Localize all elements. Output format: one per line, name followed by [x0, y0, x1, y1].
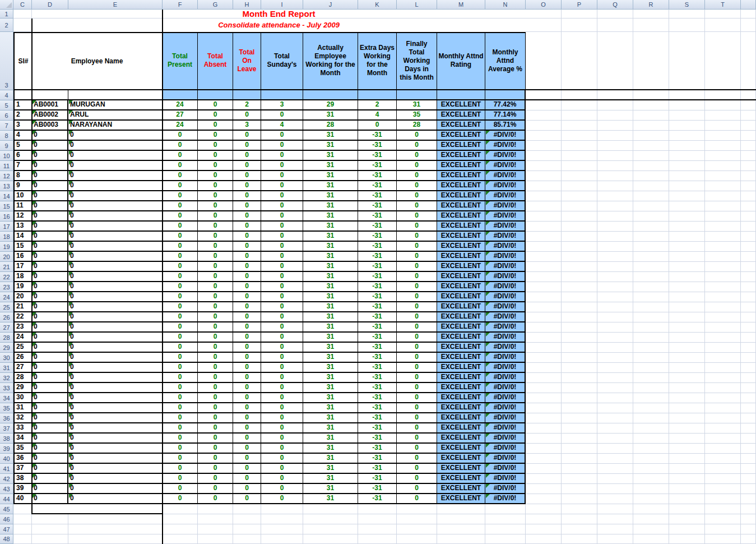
- cell-T3[interactable]: [705, 32, 741, 90]
- cell-I35[interactable]: 0: [261, 403, 303, 413]
- cell-T32[interactable]: [705, 373, 741, 383]
- cell-R27[interactable]: [633, 322, 669, 333]
- row-header-23[interactable]: 23: [0, 282, 13, 292]
- cell-N34[interactable]: #DIV/0!: [485, 393, 526, 403]
- cell-G18[interactable]: 0: [198, 232, 233, 242]
- cell-C18[interactable]: 14: [13, 232, 32, 242]
- cell-G11[interactable]: 0: [198, 161, 233, 171]
- cell-C43[interactable]: 39: [13, 484, 32, 494]
- cell-R7[interactable]: [633, 121, 669, 131]
- row-header-17[interactable]: 17: [0, 222, 13, 232]
- cell-I24[interactable]: 0: [261, 292, 303, 302]
- cell-H36[interactable]: 0: [233, 413, 261, 423]
- cell-K38[interactable]: -31: [358, 434, 397, 444]
- cell-E25[interactable]: 0: [68, 302, 163, 312]
- cell-J28[interactable]: 31: [303, 333, 358, 343]
- cell-H41[interactable]: 0: [233, 464, 261, 474]
- cell-J25[interactable]: 31: [303, 302, 358, 312]
- cell-G38[interactable]: 0: [198, 434, 233, 444]
- cell-P28[interactable]: [562, 333, 597, 343]
- cell-Q42[interactable]: [597, 474, 633, 484]
- cell-O19[interactable]: [526, 242, 562, 252]
- cell-L19[interactable]: 0: [397, 242, 437, 252]
- cell-L40[interactable]: 0: [397, 454, 437, 464]
- cell-K16[interactable]: -31: [358, 211, 397, 222]
- cell-F44[interactable]: 0: [163, 494, 198, 504]
- cell-F42[interactable]: 0: [163, 474, 198, 484]
- cell-F47[interactable]: [163, 524, 198, 534]
- row-header-29[interactable]: 29: [0, 343, 13, 353]
- cell-J38[interactable]: 31: [303, 434, 358, 444]
- cell-L39[interactable]: 0: [397, 444, 437, 454]
- cell-T26[interactable]: [705, 312, 741, 322]
- cell-D5[interactable]: AB0001: [32, 100, 68, 110]
- cell-S15[interactable]: [669, 201, 705, 211]
- cell-T11[interactable]: [705, 161, 741, 171]
- cell-D37[interactable]: 0: [32, 423, 68, 434]
- cell-R12[interactable]: [633, 171, 669, 181]
- cell-S31[interactable]: [669, 363, 705, 373]
- cell-F16[interactable]: 0: [163, 211, 198, 222]
- cell-I29[interactable]: 0: [261, 343, 303, 353]
- cell-T31[interactable]: [705, 363, 741, 373]
- cell-J42[interactable]: 31: [303, 474, 358, 484]
- cell-P44[interactable]: [562, 494, 597, 504]
- cell-J14[interactable]: 31: [303, 191, 358, 201]
- cell-I19[interactable]: 0: [261, 242, 303, 252]
- cell-L38[interactable]: 0: [397, 434, 437, 444]
- cell-S37[interactable]: [669, 423, 705, 434]
- cell-H11[interactable]: 0: [233, 161, 261, 171]
- cell-M5[interactable]: EXCELLENT: [437, 100, 485, 110]
- cell-R3[interactable]: [633, 32, 669, 90]
- cell-G37[interactable]: 0: [198, 423, 233, 434]
- cell-E27[interactable]: 0: [68, 322, 163, 333]
- cell-G48[interactable]: [198, 534, 233, 544]
- cell-E31[interactable]: 0: [68, 363, 163, 373]
- cell-J9[interactable]: 31: [303, 141, 358, 151]
- cell-F48[interactable]: [163, 534, 198, 544]
- cell-P15[interactable]: [562, 201, 597, 211]
- cell-H23[interactable]: 0: [233, 282, 261, 292]
- cell-F41[interactable]: 0: [163, 464, 198, 474]
- cell-Q21[interactable]: [597, 262, 633, 272]
- cell-O1[interactable]: [526, 10, 562, 19]
- cell-O18[interactable]: [526, 232, 562, 242]
- cell-E13[interactable]: 0: [68, 181, 163, 191]
- cell-K44[interactable]: -31: [358, 494, 397, 504]
- cell-G12[interactable]: 0: [198, 171, 233, 181]
- cell-S24[interactable]: [669, 292, 705, 302]
- cell-D40[interactable]: 0: [32, 454, 68, 464]
- cell-J37[interactable]: 31: [303, 423, 358, 434]
- cell-R46[interactable]: [633, 514, 669, 524]
- row-header-5[interactable]: 5: [0, 100, 13, 110]
- cell-G33[interactable]: 0: [198, 383, 233, 393]
- cell-C32[interactable]: 28: [13, 373, 32, 383]
- cell-F11[interactable]: 0: [163, 161, 198, 171]
- cell-S44[interactable]: [669, 494, 705, 504]
- cell-N35[interactable]: #DIV/0!: [485, 403, 526, 413]
- cell-J23[interactable]: 31: [303, 282, 358, 292]
- cell-N41[interactable]: #DIV/0!: [485, 464, 526, 474]
- cell-Q30[interactable]: [597, 353, 633, 363]
- cell-F46[interactable]: [163, 514, 198, 524]
- cell-H29[interactable]: 0: [233, 343, 261, 353]
- cell-C8[interactable]: 4: [13, 131, 32, 141]
- cell-C33[interactable]: 29: [13, 383, 32, 393]
- cell-I6[interactable]: 0: [261, 110, 303, 121]
- cell-G19[interactable]: 0: [198, 242, 233, 252]
- cell-P40[interactable]: [562, 454, 597, 464]
- cell-H28[interactable]: 0: [233, 333, 261, 343]
- cell-M44[interactable]: EXCELLENT: [437, 494, 485, 504]
- cell-E17[interactable]: 0: [68, 222, 163, 232]
- cell-N39[interactable]: #DIV/0!: [485, 444, 526, 454]
- cell-P25[interactable]: [562, 302, 597, 312]
- cell-H21[interactable]: 0: [233, 262, 261, 272]
- cell-I40[interactable]: 0: [261, 454, 303, 464]
- row-header-12[interactable]: 12: [0, 171, 13, 181]
- cell-I27[interactable]: 0: [261, 322, 303, 333]
- cell-E41[interactable]: 0: [68, 464, 163, 474]
- cell-Q14[interactable]: [597, 191, 633, 201]
- cell-T33[interactable]: [705, 383, 741, 393]
- cell-O42[interactable]: [526, 474, 562, 484]
- cell-N31[interactable]: #DIV/0!: [485, 363, 526, 373]
